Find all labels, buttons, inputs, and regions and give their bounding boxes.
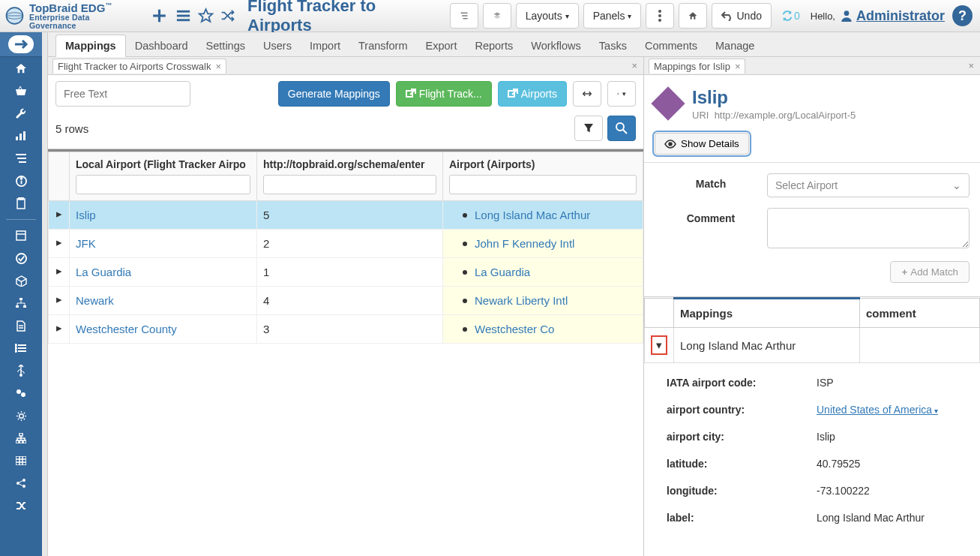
match-link[interactable]: Westchester Co bbox=[475, 323, 554, 335]
layers-button[interactable] bbox=[483, 3, 511, 29]
expand-caret[interactable]: ▾ bbox=[651, 335, 667, 355]
sidebar-collapse[interactable] bbox=[0, 32, 42, 57]
table-row[interactable]: ▸Newark4Newark Liberty Intl bbox=[49, 287, 643, 315]
table-row[interactable]: ▸Islip5Long Island Mac Arthur bbox=[49, 201, 643, 230]
match-link[interactable]: Newark Liberty Intl bbox=[475, 294, 568, 307]
cube-icon[interactable] bbox=[0, 269, 42, 292]
menu-manage[interactable]: Manage bbox=[706, 35, 763, 56]
close-icon[interactable]: × bbox=[735, 61, 741, 72]
calc-icon[interactable] bbox=[0, 224, 42, 247]
col2-filter[interactable] bbox=[263, 175, 436, 194]
expand-caret[interactable]: ▸ bbox=[56, 236, 62, 248]
detail-tab[interactable]: Mappings for Islip× bbox=[649, 59, 745, 74]
menu-export[interactable]: Export bbox=[417, 35, 466, 56]
gears-icon[interactable] bbox=[0, 382, 42, 404]
menu-dashboard[interactable]: Dashboard bbox=[126, 35, 197, 56]
share-icon[interactable] bbox=[0, 472, 42, 494]
panel-close[interactable]: × bbox=[968, 60, 974, 71]
user-link[interactable]: Administrator bbox=[840, 8, 945, 24]
match-link[interactable]: John F Kennedy Intl bbox=[475, 237, 574, 250]
filter-button[interactable] bbox=[574, 116, 603, 141]
match-link[interactable]: La Guardia bbox=[475, 266, 530, 278]
home-button[interactable] bbox=[679, 3, 707, 29]
undo-button[interactable]: Undo bbox=[712, 3, 771, 29]
flight-tracker-button[interactable]: Flight Track... bbox=[396, 81, 492, 107]
show-details-button[interactable]: Show Details bbox=[655, 133, 749, 155]
table-row[interactable]: ▸JFK2John F Kennedy Intl bbox=[49, 230, 643, 258]
settings-dropdown[interactable]: ▾ bbox=[607, 81, 636, 107]
col3-filter[interactable] bbox=[449, 175, 637, 194]
add-match-button[interactable]: +Add Match bbox=[890, 261, 970, 283]
menu-settings[interactable]: Settings bbox=[197, 35, 254, 56]
airport-link[interactable]: Westchester County bbox=[76, 323, 177, 335]
airport-link[interactable]: Islip bbox=[76, 209, 96, 221]
tree2-icon[interactable] bbox=[0, 427, 42, 449]
svg-rect-53 bbox=[19, 433, 22, 436]
chart-icon[interactable] bbox=[0, 125, 42, 147]
check-icon[interactable] bbox=[0, 247, 42, 269]
panels-dropdown[interactable]: Panels ▾ bbox=[583, 3, 642, 29]
info-icon[interactable] bbox=[0, 170, 42, 192]
table-row[interactable]: ▸Westchester County3Westchester Co bbox=[49, 315, 643, 344]
swap-button[interactable] bbox=[573, 81, 601, 107]
panel-close[interactable]: × bbox=[631, 60, 637, 71]
match-link[interactable]: Long Island Mac Arthur bbox=[475, 209, 590, 221]
col1-filter[interactable] bbox=[76, 175, 250, 194]
menu-mappings[interactable]: Mappings bbox=[55, 35, 126, 57]
home-icon[interactable] bbox=[0, 57, 42, 80]
menu-comments[interactable]: Comments bbox=[636, 35, 706, 56]
search-button[interactable] bbox=[607, 116, 636, 141]
airport-link[interactable]: Newark bbox=[76, 294, 114, 307]
wrench-icon[interactable] bbox=[0, 102, 42, 125]
expand-caret[interactable]: ▸ bbox=[56, 207, 62, 220]
star-icon[interactable] bbox=[198, 8, 214, 24]
svg-point-74 bbox=[669, 143, 672, 146]
layouts-dropdown[interactable]: Layouts ▾ bbox=[516, 3, 579, 29]
list2-icon[interactable] bbox=[0, 337, 42, 359]
comment-header[interactable]: comment bbox=[860, 299, 980, 328]
sitemap-icon[interactable] bbox=[0, 292, 42, 314]
menu-transform[interactable]: Transform bbox=[349, 35, 417, 56]
close-icon[interactable]: × bbox=[215, 61, 221, 72]
usb-icon[interactable] bbox=[0, 359, 42, 382]
menu-users[interactable]: Users bbox=[254, 35, 301, 56]
detail-link[interactable]: United States of America bbox=[817, 404, 938, 416]
plus-icon[interactable] bbox=[150, 6, 169, 26]
col-id[interactable]: http://topbraid.org/schema/enter bbox=[257, 152, 443, 201]
doc-icon[interactable] bbox=[0, 314, 42, 337]
airport-link[interactable]: La Guardia bbox=[76, 266, 131, 278]
more-button[interactable] bbox=[646, 3, 674, 29]
menu-reports[interactable]: Reports bbox=[466, 35, 522, 56]
plus-icon: + bbox=[901, 266, 907, 278]
airport-link[interactable]: JFK bbox=[76, 237, 96, 250]
table-row[interactable]: ▸La Guardia1La Guardia bbox=[49, 258, 643, 287]
col-local-airport[interactable]: Local Airport (Flight Tracker Airpo bbox=[70, 152, 257, 201]
menu-tasks[interactable]: Tasks bbox=[590, 35, 636, 56]
menu-icon[interactable] bbox=[175, 7, 192, 25]
help-button[interactable]: ? bbox=[952, 5, 973, 26]
mappings-header[interactable]: Mappings bbox=[674, 299, 860, 328]
comment-textarea[interactable] bbox=[767, 208, 970, 248]
free-text-input[interactable] bbox=[55, 81, 190, 107]
col-airport[interactable]: Airport (Airports) bbox=[443, 152, 643, 201]
airports-button[interactable]: Airports bbox=[498, 81, 567, 107]
match-select[interactable]: Select Airport⌄ bbox=[767, 173, 970, 197]
mapping-row-value[interactable]: Long Island Mac Arthur bbox=[674, 328, 860, 363]
expand-caret[interactable]: ▸ bbox=[56, 293, 62, 305]
grid-icon[interactable] bbox=[0, 449, 42, 472]
generate-mappings-button[interactable]: Generate Mappings bbox=[278, 81, 390, 107]
app-logo[interactable]: TopBraid EDG™ Enterprise Data Governance bbox=[4, 2, 135, 29]
expand-caret[interactable]: ▸ bbox=[56, 321, 62, 334]
gear-icon[interactable] bbox=[0, 404, 42, 427]
crosswalk-icon[interactable] bbox=[0, 494, 42, 517]
crosswalk-tab[interactable]: Flight Tracker to Airports Crosswalk× bbox=[52, 59, 226, 74]
menu-workflows[interactable]: Workflows bbox=[522, 35, 590, 56]
toggle-tree-button[interactable] bbox=[450, 3, 478, 29]
sidebar-scroll[interactable] bbox=[42, 32, 48, 556]
expand-caret[interactable]: ▸ bbox=[56, 264, 62, 277]
basket-icon[interactable] bbox=[0, 80, 42, 102]
shuffle-icon[interactable] bbox=[220, 8, 235, 24]
list-icon[interactable] bbox=[0, 147, 42, 170]
clipboard-icon[interactable] bbox=[0, 192, 42, 215]
menu-import[interactable]: Import bbox=[301, 35, 349, 56]
